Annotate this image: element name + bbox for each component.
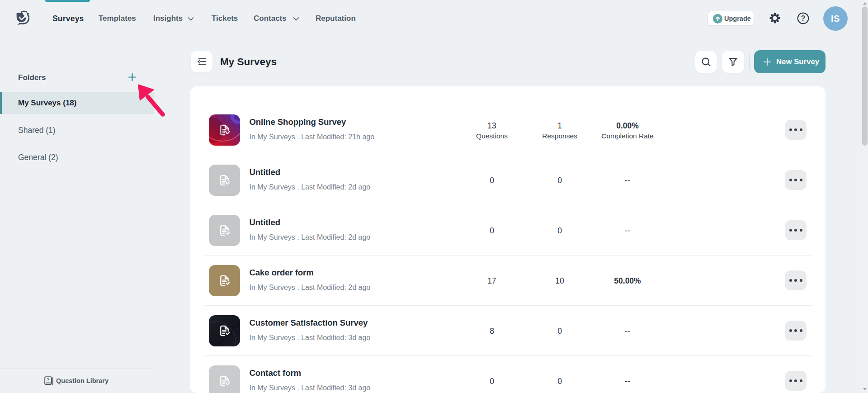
svg-text:?: ? (47, 377, 49, 382)
svg-text:?: ? (801, 14, 806, 22)
